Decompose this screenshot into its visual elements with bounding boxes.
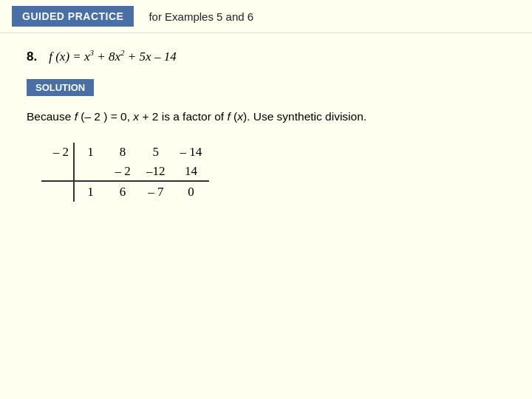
coeff-2-1: – 2 (106, 162, 139, 181)
result-0: 1 (74, 181, 106, 202)
page-container: GUIDED PRACTICE for Examples 5 and 6 8. … (0, 0, 532, 399)
coeff-1-0: 1 (74, 143, 106, 162)
coeff-2-2: –12 (139, 162, 173, 181)
guided-practice-badge: GUIDED PRACTICE (12, 6, 134, 27)
solution-badge: SOLUTION (27, 79, 94, 96)
divisor-cell: – 2 (41, 143, 74, 162)
coeff-1-1: 8 (106, 143, 139, 162)
content-area: 8. f (x) = x3 + 8x2 + 5x – 14 SOLUTION B… (0, 33, 532, 216)
problem-number: 8. (27, 50, 37, 64)
coeff-2-0 (74, 162, 106, 181)
division-table: – 2 1 8 5 – 14 – 2 –12 14 1 (41, 143, 209, 202)
result-2: – 7 (139, 181, 173, 202)
header-bar: GUIDED PRACTICE for Examples 5 and 6 (0, 0, 532, 33)
empty-divisor (41, 162, 74, 181)
division-row-1: – 2 1 8 5 – 14 (41, 143, 209, 162)
coeff-1-2: 5 (139, 143, 173, 162)
coeff-1-3: – 14 (173, 143, 210, 162)
division-row-3: 1 6 – 7 0 (41, 181, 209, 202)
problem-equation: f (x) = x3 + 8x2 + 5x – 14 (49, 48, 176, 64)
because-text: Because f (– 2 ) = 0, x + 2 is a factor … (27, 108, 411, 125)
coeff-2-3: 14 (173, 162, 210, 181)
header-subtitle: for Examples 5 and 6 (149, 10, 253, 23)
division-row-2: – 2 –12 14 (41, 162, 209, 181)
synthetic-division: – 2 1 8 5 – 14 – 2 –12 14 1 (41, 143, 505, 202)
result-1: 6 (106, 181, 139, 202)
problem-line: 8. f (x) = x3 + 8x2 + 5x – 14 (27, 48, 505, 64)
result-3: 0 (173, 181, 210, 202)
empty-result (41, 181, 74, 202)
